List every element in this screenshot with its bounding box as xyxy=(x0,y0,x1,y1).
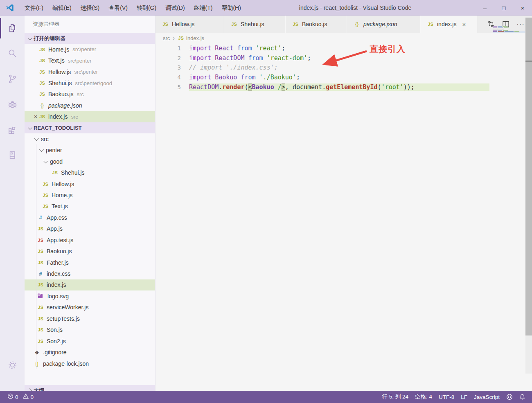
file-name: Hellow.js xyxy=(52,181,74,187)
tree-file[interactable]: JSShehui.js xyxy=(25,167,155,178)
status-cursor-position[interactable]: 行 5, 列 24 xyxy=(379,391,412,403)
open-editors-header[interactable]: 打开的编辑器 xyxy=(25,33,155,44)
file-dir: src\penter xyxy=(68,58,92,64)
code-line[interactable]: 4import Baokuo from './Baokuo'; xyxy=(156,72,489,82)
tree-file[interactable]: JSApp.js xyxy=(25,223,155,234)
js-file-icon: JS xyxy=(37,316,44,321)
code-line[interactable]: 2import ReactDOM from 'react-dom'; xyxy=(156,53,489,63)
code-line[interactable]: 1import React from 'react'; xyxy=(156,43,489,53)
js-file-icon: JS xyxy=(37,305,44,310)
tree-file[interactable]: JSText.js xyxy=(25,201,155,212)
file-name: penter xyxy=(46,147,62,153)
maximize-button[interactable]: □ xyxy=(494,0,513,16)
tree-file[interactable]: JSFather.js xyxy=(25,257,155,268)
menu-item[interactable]: 调试(D) xyxy=(161,0,189,16)
menu-item[interactable]: 编辑(E) xyxy=(48,0,76,16)
breadcrumb-item[interactable]: src xyxy=(163,35,170,41)
file-dir: src xyxy=(71,114,78,120)
problems-indicator[interactable]: 0 0 xyxy=(4,391,37,403)
menu-item[interactable]: 转到(G) xyxy=(132,0,161,16)
open-editor-item[interactable]: JSHome.jssrc\penter xyxy=(25,44,155,55)
menu-item[interactable]: 查看(V) xyxy=(104,0,132,16)
file-name: Home.js xyxy=(52,192,72,198)
extensions-icon[interactable] xyxy=(0,117,25,142)
close-icon[interactable]: × xyxy=(32,113,39,120)
minimap[interactable] xyxy=(493,26,525,33)
tree-file[interactable]: {}package-lock.json xyxy=(25,358,155,369)
close-button[interactable]: × xyxy=(513,0,532,16)
line-number: 4 xyxy=(156,74,181,81)
tree-file[interactable]: JSserviceWorker.js xyxy=(25,302,155,313)
open-editor-item[interactable]: {}package.json xyxy=(25,100,155,111)
js-file-icon: JS xyxy=(42,193,49,198)
project-section-header[interactable]: REACT_TODOLIST xyxy=(25,122,155,133)
menu-item[interactable]: 选择(S) xyxy=(76,0,104,16)
minimize-button[interactable]: – xyxy=(476,0,494,16)
tree-file[interactable]: JSsetupTests.js xyxy=(25,313,155,324)
tree-folder[interactable]: src xyxy=(25,133,155,144)
code-line[interactable]: 3// import './index.css'; xyxy=(156,63,489,73)
status-language-mode[interactable]: JavaScript xyxy=(471,391,503,403)
open-editor-item[interactable]: JSHellow.jssrc\penter xyxy=(25,66,155,77)
tree-file[interactable]: ◆.gitignore xyxy=(25,347,155,358)
debug-icon[interactable] xyxy=(0,92,25,117)
js-file-icon: JS xyxy=(42,182,49,187)
js-file-icon: JS xyxy=(37,260,44,265)
explorer-icon[interactable] xyxy=(0,16,25,41)
tree-folder[interactable]: good xyxy=(25,156,155,167)
status-encoding[interactable]: UTF-8 xyxy=(435,391,458,403)
warning-icon xyxy=(23,393,29,401)
chevron-down-icon xyxy=(39,147,44,152)
tab-Hellow.js[interactable]: JSHellow.js xyxy=(156,16,224,33)
code-editor[interactable]: 1import React from 'react';2import React… xyxy=(156,43,489,92)
tree-file[interactable]: JSHome.js xyxy=(25,189,155,200)
file-tree: srcpentergoodJSShehui.jsJSHellow.jsJSHom… xyxy=(25,133,155,369)
tree-file[interactable]: JSApp.test.js xyxy=(25,234,155,245)
tab-Baokuo.js[interactable]: JSBaokuo.js xyxy=(286,16,347,33)
open-editor-item[interactable]: ×JSindex.jssrc xyxy=(25,111,155,122)
feedback-smiley-icon[interactable] xyxy=(503,391,516,403)
code-text: // import './index.css'; xyxy=(189,64,489,71)
source-control-icon[interactable] xyxy=(0,66,25,92)
tab-index.js[interactable]: JSindex.js× xyxy=(421,16,477,33)
tree-file[interactable]: JSindex.js xyxy=(25,279,155,290)
window-title: index.js - react_todolist - Visual Studi… xyxy=(299,5,411,11)
project-box-icon[interactable] xyxy=(0,142,25,168)
tree-file[interactable]: #index.css xyxy=(25,268,155,279)
settings-gear-icon[interactable] xyxy=(0,352,25,378)
editor-scrollbar[interactable] xyxy=(525,16,532,374)
status-eol[interactable]: LF xyxy=(458,391,471,403)
open-editor-item[interactable]: JSShehui.jssrc\penter\good xyxy=(25,77,155,88)
tree-file[interactable]: JSSon2.js xyxy=(25,335,155,347)
line-number: 1 xyxy=(156,45,181,52)
open-editor-item[interactable]: JSText.jssrc\penter xyxy=(25,55,155,66)
tree-file[interactable]: logo.svg xyxy=(25,290,155,302)
outline-section-header[interactable]: 大纲 xyxy=(25,385,155,391)
tree-file[interactable]: JSHellow.js xyxy=(25,178,155,189)
menu-item[interactable]: 终端(T) xyxy=(189,0,217,16)
close-icon[interactable]: × xyxy=(462,21,466,28)
menu-item[interactable]: 文件(F) xyxy=(20,0,48,16)
file-name: Hellow.js xyxy=(48,69,71,75)
menu-item[interactable]: 帮助(H) xyxy=(217,0,245,16)
scrollbar-mark xyxy=(525,61,532,62)
tab-package.json[interactable]: {}package.json xyxy=(347,16,421,33)
tab-Shehui.js[interactable]: JSShehui.js xyxy=(224,16,286,33)
file-name: package.json xyxy=(48,102,82,109)
tree-folder[interactable]: penter xyxy=(25,145,155,156)
editor-area: JSHellow.jsJSShehui.jsJSBaokuo.js{}packa… xyxy=(156,16,532,391)
tab-bar: JSHellow.jsJSShehui.jsJSBaokuo.js{}packa… xyxy=(156,16,532,33)
notifications-bell-icon[interactable] xyxy=(516,391,529,403)
search-icon[interactable] xyxy=(0,41,25,66)
status-indentation[interactable]: 空格: 4 xyxy=(412,391,435,403)
tree-file[interactable]: JSBaokuo.js xyxy=(25,245,155,257)
file-name: Text.js xyxy=(48,57,65,64)
line-number: 5 xyxy=(156,84,181,90)
file-name: Home.js xyxy=(48,46,69,53)
code-line[interactable]: 5ReactDOM.render(<Baokuo />, document.ge… xyxy=(156,82,489,92)
open-editor-item[interactable]: JSBaokuo.jssrc xyxy=(25,89,155,100)
tree-file[interactable]: #App.css xyxy=(25,212,155,223)
tree-file[interactable]: JSSon.js xyxy=(25,324,155,335)
scrollbar-thumb[interactable] xyxy=(525,18,532,335)
breadcrumb-item[interactable]: JSindex.js xyxy=(178,35,204,41)
